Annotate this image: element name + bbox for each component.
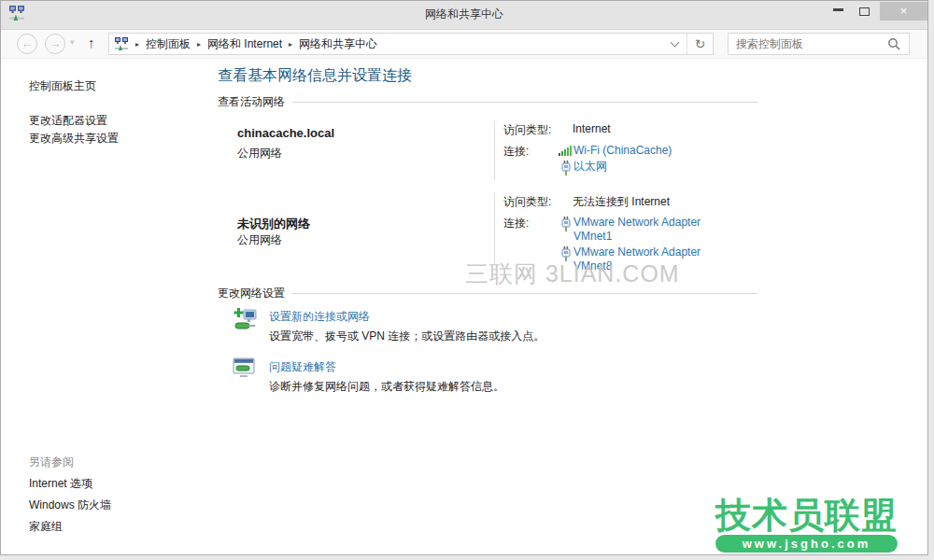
ethernet-connection-link[interactable]: 以太网: [573, 160, 607, 174]
vmnet1-connection-link[interactable]: VMware Network Adapter VMnet1: [573, 216, 721, 244]
maximize-button[interactable]: [859, 7, 870, 16]
access-type-label: 访问类型:: [503, 122, 573, 138]
recent-pages-dropdown-icon[interactable]: ▾: [70, 37, 75, 47]
network-type: 公用网络: [237, 232, 282, 248]
up-button[interactable]: ↑: [88, 35, 95, 50]
network-row-chinacache: chinacache.local 公用网络 访问类型: Internet 连接:: [216, 120, 757, 180]
access-type-value: Internet: [573, 122, 611, 138]
close-button[interactable]: ×: [880, 2, 927, 21]
ethernet-icon: [558, 217, 573, 231]
network-name: chinacache.local: [237, 126, 334, 140]
change-settings-section-label: 更改网络设置: [218, 286, 757, 301]
jsgho-logo: 技术员联盟 www.jsgho.com: [715, 497, 898, 553]
network-sharing-center-window: 网络和共享中心 × ← → ▾ ↑ ▸ 控制面板 ▸ 网络和 Internet: [0, 0, 928, 555]
navigation-toolbar: ← → ▾ ↑ ▸ 控制面板 ▸ 网络和 Internet ▸ 网络和共享中心: [1, 30, 927, 59]
network-sharing-icon: [114, 36, 129, 51]
address-bar[interactable]: ▸ 控制面板 ▸ 网络和 Internet ▸ 网络和共享中心 ↻: [108, 33, 714, 55]
wifi-signal-icon: [558, 145, 573, 156]
setup-new-connection-desc: 设置宽带、拨号或 VPN 连接；或设置路由器或接入点。: [269, 329, 545, 344]
sidebar-item-windows-firewall[interactable]: Windows 防火墙: [29, 497, 111, 519]
jsgho-logo-url: www.jsgho.com: [715, 535, 898, 553]
see-also-header: 另请参阅: [29, 455, 111, 476]
active-networks-section-label: 查看活动网络: [218, 94, 757, 110]
titlebar: 网络和共享中心 ×: [1, 1, 927, 30]
troubleshoot-icon: [233, 357, 256, 383]
change-settings-label: 更改网络设置: [218, 286, 285, 301]
column-divider: [494, 120, 495, 180]
section-rule: [292, 102, 757, 103]
network-name: 未识别的网络: [237, 216, 310, 232]
setup-new-connection-link[interactable]: 设置新的连接或网络: [269, 309, 370, 325]
active-networks-label: 查看活动网络: [218, 94, 285, 110]
troubleshoot-desc: 诊断并修复网络问题，或者获得疑难解答信息。: [269, 379, 504, 395]
wifi-connection-link[interactable]: Wi-Fi (ChinaCache): [573, 144, 672, 158]
see-also-section: 另请参阅 Internet 选项 Windows 防火墙 家庭组: [29, 455, 111, 540]
breadcrumb-control-panel[interactable]: 控制面板: [146, 36, 191, 52]
new-connection-icon: [233, 307, 258, 336]
sidebar-item-homegroup[interactable]: 家庭组: [29, 519, 111, 540]
minimize-button[interactable]: [833, 8, 843, 11]
breadcrumb-network-sharing-center[interactable]: 网络和共享中心: [299, 36, 377, 52]
sidebar-item-change-adapter-settings[interactable]: 更改适配器设置: [29, 113, 107, 129]
sidebar-item-internet-options[interactable]: Internet 选项: [29, 476, 111, 497]
address-dropdown-icon[interactable]: [671, 38, 680, 48]
search-input[interactable]: [729, 37, 887, 50]
content-area: 控制面板主页 更改适配器设置 更改高级共享设置 另请参阅 Internet 选项…: [1, 59, 927, 554]
troubleshoot-link[interactable]: 问题疑难解答: [269, 359, 336, 375]
access-type-value: 无法连接到 Internet: [573, 194, 670, 210]
search-box: [728, 33, 910, 55]
access-type-label: 访问类型:: [503, 194, 573, 210]
network-row-unidentified: 未识别的网络 公用网络 访问类型: 无法连接到 Internet 连接:: [216, 192, 757, 265]
back-button[interactable]: ←: [17, 34, 37, 54]
sidebar-item-control-panel-home[interactable]: 控制面板主页: [29, 78, 96, 94]
window-title: 网络和共享中心: [1, 7, 927, 22]
column-divider: [494, 192, 495, 265]
forward-button[interactable]: →: [45, 34, 65, 54]
ethernet-icon: [558, 161, 573, 175]
search-icon[interactable]: [887, 37, 900, 50]
sidebar-item-change-advanced-sharing[interactable]: 更改高级共享设置: [29, 131, 119, 147]
breadcrumb-separator-icon: ▸: [191, 40, 207, 49]
network-type: 公用网络: [237, 146, 282, 161]
breadcrumb-separator-icon: ▸: [129, 40, 146, 49]
main-pane: 查看基本网络信息并设置连接 查看活动网络 chinacache.local 公用…: [216, 59, 757, 554]
page-title: 查看基本网络信息并设置连接: [218, 66, 412, 86]
section-rule: [292, 293, 757, 294]
refresh-icon[interactable]: ↻: [686, 34, 713, 54]
jsgho-logo-title: 技术员联盟: [715, 497, 898, 534]
breadcrumb-separator-icon: ▸: [282, 40, 299, 49]
breadcrumb-network-internet[interactable]: 网络和 Internet: [207, 36, 282, 52]
